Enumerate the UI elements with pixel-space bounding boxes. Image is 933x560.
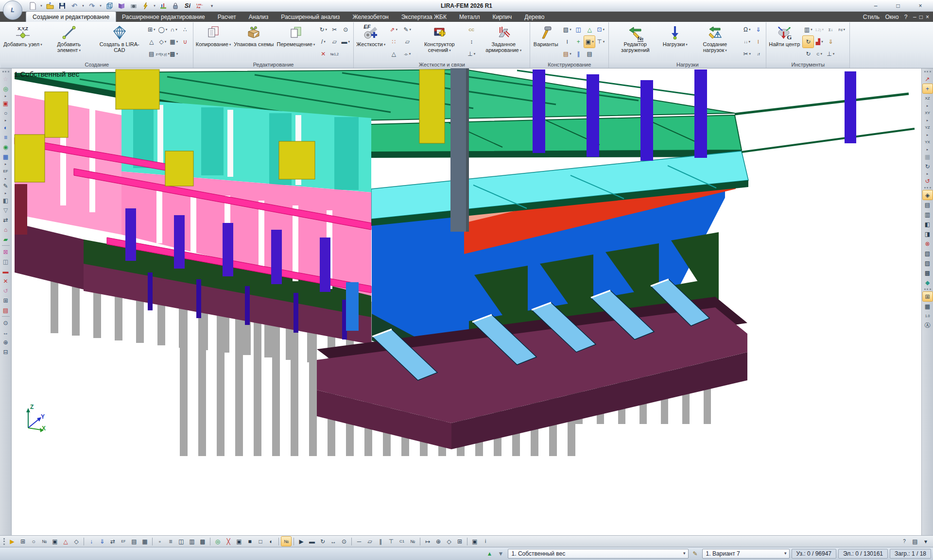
cube-view-icon[interactable]: ▧ <box>923 249 933 258</box>
variant-select[interactable]: 1. Вариант 7 <box>702 549 790 559</box>
si-units-icon[interactable]: Si <box>182 1 193 11</box>
sum-loads-icon[interactable]: Σ↓ <box>825 24 836 35</box>
loads-button[interactable]: Нагрузки▾ <box>661 23 689 61</box>
pointer-icon[interactable]: ▶ <box>296 537 306 546</box>
renumber-icon[interactable]: №1,2 <box>329 48 340 60</box>
dimensions-icon[interactable]: 1.0 <box>923 311 933 321</box>
view-yz-button[interactable]: YZ <box>923 123 933 132</box>
show-loads-icon[interactable]: ↓ <box>86 537 96 546</box>
pile-icon[interactable]: ⊥▾ <box>466 48 477 60</box>
right-view-icon[interactable]: ◨ <box>923 229 933 238</box>
area-loads-icon[interactable]: ⇓ <box>825 36 836 48</box>
snapshot-icon[interactable] <box>128 1 139 11</box>
loadcase-editor-button[interactable]: № Редактор загружений <box>610 23 660 61</box>
spring-icon[interactable]: ↕ <box>466 36 477 48</box>
add-element-button[interactable]: Добавить элемент▾ <box>44 23 94 61</box>
add-beam-icon[interactable]: ─ <box>354 537 364 546</box>
hidden-lines-icon[interactable]: ≡ <box>166 537 175 546</box>
distributed-load-icon[interactable]: ↓↓▾ <box>742 36 752 48</box>
dropdown-caret-icon[interactable]: ▾ <box>153 1 156 11</box>
dropdown-caret-icon[interactable]: ▾ <box>39 1 43 11</box>
cc-icon[interactable]: CC <box>466 24 477 35</box>
redo-icon[interactable]: ↷ <box>86 1 97 11</box>
triangulation-icon[interactable]: ∴ <box>180 24 190 35</box>
sections-display-icon[interactable]: ◫ <box>176 537 186 546</box>
zoom-tool-icon[interactable]: ⊙ <box>1 318 11 327</box>
ribbon-minimize-button[interactable]: – <box>913 14 916 20</box>
cylinder-icon[interactable]: ◯▾ <box>157 24 168 35</box>
angle-mark-icon[interactable]: Ⓐ <box>923 321 933 330</box>
help-panel-icon[interactable]: ? <box>899 537 909 546</box>
results-chart-icon[interactable] <box>158 1 169 11</box>
toolbar-handle[interactable] <box>924 288 931 290</box>
isometric-view-icon[interactable]: ◈ <box>923 190 933 200</box>
hide-cube-icon[interactable]: ◫ <box>1 257 11 266</box>
pen-icon[interactable]: ✎▾ <box>402 24 413 35</box>
unselect-all-icon[interactable]: □ <box>256 537 265 546</box>
steel-icon[interactable]: I <box>562 36 572 48</box>
submenu-caret[interactable]: ▸ <box>3 162 9 166</box>
scissors-icon[interactable]: ✂ <box>329 24 340 35</box>
show-nodes-icon[interactable]: ○ <box>29 537 38 546</box>
beam-paint-icon[interactable]: I <box>753 36 763 48</box>
submenu-caret[interactable]: ▸ <box>3 176 9 181</box>
snap-middle-icon[interactable]: ◇ <box>444 537 454 546</box>
tab-reinforced-concrete[interactable]: Железобетон <box>346 12 395 22</box>
variant-edit-icon[interactable]: ✎ <box>691 549 700 559</box>
select-elements-icon[interactable]: ╳ <box>224 537 233 546</box>
show-scheme-icon[interactable]: ⊞ <box>18 537 28 546</box>
create-loads-button[interactable]: Создание нагрузок▾ <box>690 23 740 61</box>
element-types-icon[interactable]: ▤ <box>129 537 139 546</box>
cube-view-2-icon[interactable]: ▨ <box>923 258 933 268</box>
stiffness-colors-icon[interactable]: EF <box>119 537 128 546</box>
copy-loads-icon[interactable]: ⇓ <box>753 24 763 35</box>
rebar-bars-icon[interactable]: ∥ <box>573 48 584 60</box>
show-walls-icon[interactable]: ▤ <box>1 305 11 315</box>
save-icon[interactable] <box>57 1 68 11</box>
show-supports-icon[interactable]: △ <box>61 537 70 546</box>
refresh-scale-icon[interactable]: ↻ <box>803 36 813 48</box>
zoom-in-icon[interactable]: ⊕ <box>1 338 11 347</box>
add-node-button[interactable]: X,Y,Z Добавить узел▾ <box>2 23 43 61</box>
zoom-out-icon[interactable]: ⊟ <box>1 347 11 356</box>
materials-chart-icon[interactable]: ◫ <box>573 24 584 35</box>
plate-grid-icon[interactable]: ▦▾ <box>169 36 179 48</box>
screen-select-icon[interactable]: ▬ <box>1 267 11 276</box>
tab-calculation[interactable]: Расчет <box>211 12 242 22</box>
ribbon-close-button[interactable]: × <box>926 14 929 20</box>
fragmentation-icon[interactable]: ⊞ <box>923 292 933 301</box>
tab-analysis[interactable]: Анализ <box>242 12 275 22</box>
tab-steel[interactable]: Металл <box>453 12 486 22</box>
truss-icon[interactable]: △ <box>146 36 157 48</box>
submenu-caret[interactable]: ▸ <box>925 171 931 176</box>
add-column-icon[interactable]: ∥ <box>376 537 385 546</box>
select-strips-icon[interactable]: ≡ <box>1 133 11 142</box>
load-function-icon[interactable]: ↓f <box>753 48 763 60</box>
select-all-icon[interactable]: ■ <box>245 537 255 546</box>
refresh-scale-2-icon[interactable]: ↻ <box>803 48 813 60</box>
move-axes-icon[interactable]: + <box>923 84 933 93</box>
toolbar-handle[interactable] <box>924 71 931 73</box>
tab-advanced-edit[interactable]: Расширенное редактирование <box>116 12 211 22</box>
style-menu[interactable]: Стиль▾ <box>863 14 882 20</box>
pack-model-button[interactable]: Упаковка схемы <box>233 23 275 61</box>
panel-flag-icon[interactable]: ▶ <box>7 537 17 546</box>
select-block-icon[interactable]: ▣ <box>234 537 244 546</box>
polyfilter-icon[interactable]: ▽ <box>1 205 11 215</box>
copy-button[interactable]: Копирование▾ <box>195 23 232 61</box>
concrete-icon[interactable]: ▧▾ <box>562 24 572 35</box>
select-supports-icon[interactable]: ⌂ <box>1 225 11 234</box>
scale-cursor-icon[interactable]: ▥▾ <box>803 24 813 35</box>
model-viewport[interactable]: 1.Собственный вес Z Y X <box>12 68 921 535</box>
book-icon[interactable] <box>116 1 127 11</box>
information-icon[interactable]: i <box>481 537 490 546</box>
cut-load-icon[interactable]: ✂▾ <box>742 48 752 60</box>
model-3d-icon[interactable] <box>104 1 115 11</box>
pan-tool-icon[interactable]: ↔ <box>1 328 11 337</box>
zoom-select-icon[interactable]: ⊙ <box>339 537 349 546</box>
select-dof-icon[interactable]: ⇄ <box>1 215 11 224</box>
c-scale-icon[interactable]: C▾ <box>814 48 825 60</box>
rotate-z-icon[interactable]: ↻ <box>923 162 933 171</box>
side-panel-icon[interactable]: ▤ <box>910 537 920 546</box>
rotate-view-icon[interactable]: ↻ <box>318 537 328 546</box>
